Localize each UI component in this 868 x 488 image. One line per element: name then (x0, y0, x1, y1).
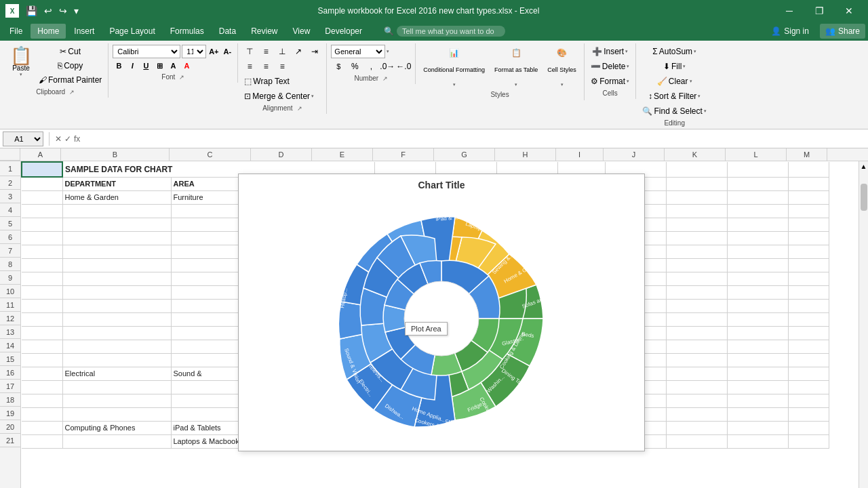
underline-btn[interactable]: U (140, 60, 152, 72)
cell-a3[interactable] (22, 190, 62, 204)
number-expand[interactable]: ↗ (382, 75, 388, 82)
col-header-e[interactable]: E (312, 148, 373, 161)
col-header-m[interactable]: M (787, 148, 827, 161)
col-header-c[interactable]: C (170, 148, 251, 161)
minimize-btn[interactable]: ─ (776, 0, 803, 22)
align-top-btn[interactable]: ⊤ (242, 45, 257, 58)
font-name-select[interactable]: Calibri (113, 45, 180, 58)
wrap-text-btn[interactable]: ⬚ Wrap Text (242, 75, 292, 88)
row-header-8[interactable]: 8 (0, 258, 20, 271)
cell-a1[interactable] (22, 162, 62, 177)
conditional-formatting-btn[interactable]: 📊 Conditional Formatting ▾ (420, 45, 488, 89)
find-select-btn[interactable]: 🔍 Find & Select ▾ (640, 104, 708, 118)
autosum-btn[interactable]: Σ AutoSum ▾ (640, 45, 708, 58)
cell-b3[interactable]: Home & Garden (62, 190, 171, 204)
number-format-select[interactable]: General (331, 45, 385, 58)
delete-btn[interactable]: ➖ Delete ▾ (589, 60, 632, 73)
scroll-up-btn[interactable]: ▲ (861, 163, 867, 170)
cell-l2[interactable] (727, 177, 788, 190)
menu-formulas[interactable]: Formulas (163, 24, 211, 39)
clipboard-expand[interactable]: ↗ (69, 89, 75, 96)
undo-btn[interactable]: ↩ (41, 4, 55, 18)
close-btn[interactable]: ✕ (835, 0, 863, 22)
menu-data[interactable]: Data (212, 24, 243, 39)
col-header-d[interactable]: D (251, 148, 312, 161)
row-header-21[interactable]: 21 (0, 434, 20, 447)
col-header-j[interactable]: J (604, 148, 665, 161)
row-header-19[interactable]: 19 (0, 407, 20, 420)
row-header-11[interactable]: 11 (0, 298, 20, 312)
increase-font-btn[interactable]: A+ (208, 45, 220, 58)
fill-btn[interactable]: ⬇ Fill ▾ (640, 60, 708, 73)
row-header-3[interactable]: 3 (0, 190, 20, 203)
align-right-btn[interactable]: ≡ (275, 60, 290, 73)
cell-m1[interactable] (788, 162, 829, 177)
row-header-9[interactable]: 9 (0, 271, 20, 285)
cell-k1[interactable] (666, 162, 727, 177)
col-header-b[interactable]: B (61, 148, 170, 161)
decrease-decimal-btn[interactable]: ←.0 (396, 60, 411, 73)
row-header-1[interactable]: 1 (0, 161, 20, 176)
row-header-18[interactable]: 18 (0, 393, 20, 407)
align-center-btn[interactable]: ≡ (258, 60, 273, 73)
alignment-expand[interactable]: ↗ (297, 105, 302, 112)
merge-center-btn[interactable]: ⊡ Merge & Center ▾ (242, 89, 316, 103)
menu-page-layout[interactable]: Page Layout (102, 24, 161, 39)
cell-k3[interactable] (666, 190, 727, 204)
percent-btn[interactable]: % (347, 60, 362, 73)
align-left-btn[interactable]: ≡ (242, 60, 257, 73)
sunburst-chart[interactable]: Sofas and... Beds Dining Tables Cookw...… (319, 197, 564, 441)
chart-area[interactable]: Sofas and... Beds Dining Tables Cookw...… (239, 193, 644, 444)
cell-l3[interactable] (727, 190, 788, 204)
menu-file[interactable]: File (3, 24, 29, 39)
menu-developer[interactable]: Developer (318, 24, 369, 39)
align-bottom-btn[interactable]: ⊥ (275, 45, 290, 58)
formula-cancel-icon[interactable]: ✕ (55, 134, 62, 144)
format-as-table-btn[interactable]: 📋 Format as Table ▾ (491, 45, 541, 89)
chart-container[interactable]: Chart Title (238, 174, 645, 451)
sign-in-btn[interactable]: 👤 Sign in (766, 24, 814, 39)
align-middle-btn[interactable]: ≡ (258, 45, 273, 58)
col-header-a[interactable]: A (20, 148, 61, 161)
redo-btn[interactable]: ↪ (56, 4, 70, 18)
col-header-k[interactable]: K (665, 148, 726, 161)
col-header-i[interactable]: I (556, 148, 604, 161)
bold-btn[interactable]: B (113, 60, 125, 72)
row-header-10[interactable]: 10 (0, 285, 20, 298)
font-expand[interactable]: ↗ (179, 74, 184, 81)
sort-filter-btn[interactable]: ↕ Sort & Filter ▾ (640, 89, 708, 103)
cut-btn[interactable]: ✂ Cut (37, 45, 104, 58)
cell-b20[interactable]: Computing & Phones (62, 421, 171, 434)
fill-color-btn[interactable]: A (167, 60, 179, 72)
cell-a2[interactable] (22, 177, 62, 190)
col-header-f[interactable]: F (373, 148, 434, 161)
cell-l1[interactable] (727, 162, 788, 177)
cell-b2[interactable]: DEPARTMENT (62, 177, 171, 190)
col-header-l[interactable]: L (726, 148, 787, 161)
vertical-scrollbar[interactable]: ▲ ▼ (859, 161, 868, 488)
cell-k2[interactable] (666, 177, 727, 190)
menu-insert[interactable]: Insert (67, 24, 101, 39)
menu-review[interactable]: Review (244, 24, 284, 39)
restore-btn[interactable]: ❐ (806, 0, 833, 22)
save-icon[interactable]: 💾 (23, 4, 40, 18)
tell-me-input[interactable] (397, 26, 505, 37)
text-angle-btn[interactable]: ↗ (291, 45, 306, 58)
formula-confirm-icon[interactable]: ✓ (64, 134, 71, 144)
col-header-h[interactable]: H (495, 148, 556, 161)
cell-m3[interactable] (788, 190, 829, 204)
cell-ref-box[interactable]: A1 (3, 131, 43, 146)
paste-btn[interactable]: 📋 Paste ▾ (7, 45, 35, 87)
font-size-select[interactable]: 11 (182, 45, 206, 58)
share-btn[interactable]: 👥 Share (820, 24, 865, 39)
menu-home[interactable]: Home (31, 24, 66, 39)
row-header-13[interactable]: 13 (0, 325, 20, 339)
customize-btn[interactable]: ▾ (71, 4, 81, 18)
font-color-btn[interactable]: A (180, 60, 193, 72)
row-header-16[interactable]: 16 (0, 366, 20, 380)
format-btn[interactable]: ⚙ Format ▾ (589, 75, 632, 88)
row-header-14[interactable]: 14 (0, 339, 20, 352)
row-header-6[interactable]: 6 (0, 230, 20, 244)
number-format-dropdown[interactable]: ▾ (387, 49, 389, 54)
insert-btn[interactable]: ➕ Insert ▾ (589, 45, 632, 58)
